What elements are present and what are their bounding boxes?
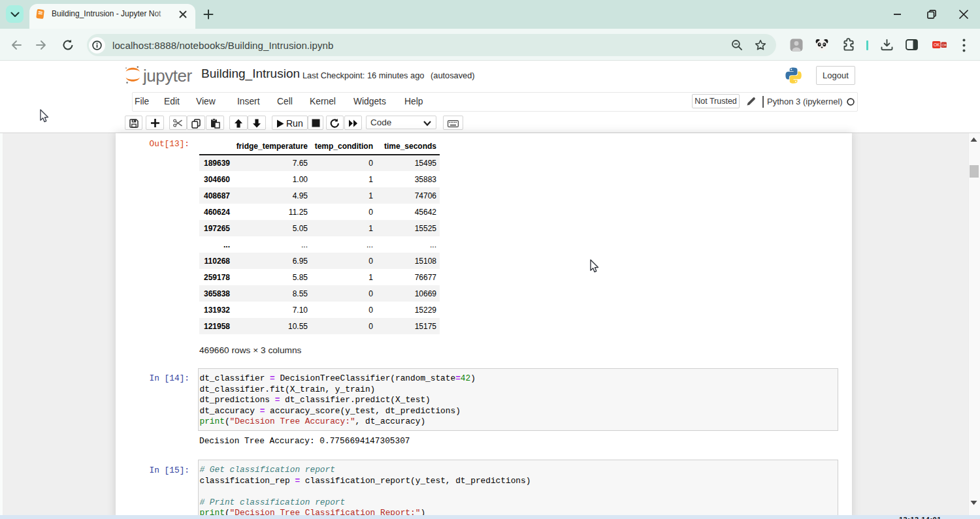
svg-text:OK: OK: [942, 43, 947, 47]
svg-text:OK: OK: [934, 42, 940, 47]
